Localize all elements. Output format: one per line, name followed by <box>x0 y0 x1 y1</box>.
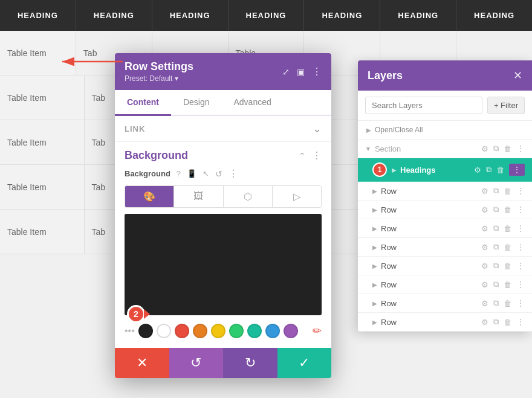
tab-advanced[interactable]: Advanced <box>221 90 283 115</box>
row8-trash-icon[interactable]: 🗑 <box>504 318 511 327</box>
filter-button[interactable]: + Filter <box>487 97 525 114</box>
row6-copy-icon[interactable]: ⧉ <box>493 280 499 289</box>
layers-item-row-1[interactable]: ▶ Row ⚙ ⧉ 🗑 ⋮ <box>358 182 532 201</box>
row8-chevron-icon: ▶ <box>372 319 377 326</box>
more-icon[interactable]: ⋮ <box>312 66 322 77</box>
row3-chevron-icon: ▶ <box>372 225 377 232</box>
row3-gear-icon[interactable]: ⚙ <box>481 224 488 233</box>
row2-copy-icon[interactable]: ⧉ <box>493 205 499 214</box>
bg-type-gradient[interactable]: ⬡ <box>224 186 273 207</box>
color-swatch-black[interactable] <box>138 324 153 338</box>
bg-options-more-icon[interactable]: ⋮ <box>229 168 238 179</box>
headings-trash-icon[interactable]: 🗑 <box>496 165 504 175</box>
layers-item-row-4[interactable]: ▶ Row ⚙ ⧉ 🗑 ⋮ <box>358 238 532 257</box>
layers-row3-label: Row <box>381 224 481 233</box>
section-gear-icon[interactable]: ⚙ <box>481 144 488 153</box>
row1-more-icon[interactable]: ⋮ <box>516 186 525 196</box>
open-close-label: Open/Close All <box>375 126 423 134</box>
layers-open-close[interactable]: ▶ Open/Close All <box>358 121 532 140</box>
row4-chevron-icon: ▶ <box>372 244 377 251</box>
close-icon[interactable]: ✕ <box>513 69 522 82</box>
row2-more-icon[interactable]: ⋮ <box>516 205 525 214</box>
layers-item-headings[interactable]: 1 ▶ Headings ⚙ ⧉ 🗑 ⋮ <box>358 158 532 182</box>
phone-icon[interactable]: 📱 <box>187 169 196 178</box>
layers-item-row-8[interactable]: ▶ Row ⚙ ⧉ 🗑 ⋮ <box>358 313 532 332</box>
color-swatch-red[interactable] <box>175 324 189 338</box>
bg-type-video[interactable]: ▷ <box>273 186 321 207</box>
headings-gear-icon[interactable]: ⚙ <box>474 165 481 175</box>
bg-type-image[interactable]: 🖼 <box>174 186 223 207</box>
layers-search-input[interactable] <box>365 97 482 114</box>
row2-gear-icon[interactable]: ⚙ <box>481 205 488 214</box>
row7-gear-icon[interactable]: ⚙ <box>481 299 488 308</box>
modal-preset[interactable]: Preset: Default ▾ <box>125 74 193 83</box>
layers-item-row-3[interactable]: ▶ Row ⚙ ⧉ 🗑 ⋮ <box>358 219 532 238</box>
reset-icon[interactable]: ↺ <box>215 169 222 179</box>
color-swatch-white[interactable] <box>157 324 171 338</box>
row5-more-icon[interactable]: ⋮ <box>516 261 525 271</box>
layers-item-row-5[interactable]: ▶ Row ⚙ ⧉ 🗑 ⋮ <box>358 257 532 275</box>
color-swatch-green[interactable] <box>229 324 244 338</box>
section-copy-icon[interactable]: ⧉ <box>493 144 499 153</box>
collapse-icon[interactable]: ⌃ <box>299 151 306 161</box>
row8-gear-icon[interactable]: ⚙ <box>481 318 488 327</box>
row8-copy-icon[interactable]: ⧉ <box>493 317 499 327</box>
save-button[interactable]: ✓ <box>277 348 332 378</box>
color-swatch-purple[interactable] <box>284 324 298 338</box>
row4-more-icon[interactable]: ⋮ <box>516 242 525 252</box>
undo-button[interactable]: ↺ <box>169 348 224 378</box>
bg-type-color[interactable]: 🎨 <box>125 186 174 207</box>
layers-item-row-6[interactable]: ▶ Row ⚙ ⧉ 🗑 ⋮ <box>358 275 532 294</box>
table-header-cell-2: HEADING <box>76 0 152 31</box>
row5-trash-icon[interactable]: 🗑 <box>504 262 511 271</box>
color-pencil-icon[interactable]: ✏ <box>313 324 322 338</box>
redo-button[interactable]: ↻ <box>223 348 277 378</box>
headings-copy-icon[interactable]: ⧉ <box>486 165 491 175</box>
row3-more-icon[interactable]: ⋮ <box>516 223 525 233</box>
section-chevron-icon: ▼ <box>365 146 371 152</box>
layers-row6-label: Row <box>381 280 481 289</box>
tab-design[interactable]: Design <box>171 90 222 115</box>
cursor-icon[interactable]: ↖ <box>203 169 209 178</box>
swatches-more-icon[interactable]: ••• <box>125 326 135 336</box>
bg-more-icon[interactable]: ⋮ <box>312 150 322 161</box>
row7-trash-icon[interactable]: 🗑 <box>504 299 511 308</box>
layers-item-row-2[interactable]: ▶ Row ⚙ ⧉ 🗑 ⋮ <box>358 201 532 219</box>
row5-copy-icon[interactable]: ⧉ <box>493 261 499 271</box>
help-icon[interactable]: ? <box>177 169 181 178</box>
row3-trash-icon[interactable]: 🗑 <box>504 224 511 233</box>
modal-title: Row Settings <box>125 60 193 73</box>
color-swatch-blue[interactable] <box>265 324 280 338</box>
headings-item-icons: ⚙ ⧉ 🗑 ⋮ <box>474 164 525 176</box>
headings-more-icon[interactable]: ⋮ <box>509 164 525 176</box>
link-section[interactable]: LINK ⌄ <box>115 116 331 142</box>
color-swatch-orange[interactable] <box>193 324 207 338</box>
row7-more-icon[interactable]: ⋮ <box>516 298 525 308</box>
row7-copy-icon[interactable]: ⧉ <box>493 298 499 308</box>
color-swatch-teal[interactable] <box>247 324 262 338</box>
color-swatch-yellow[interactable] <box>211 324 225 338</box>
sidebar-icon[interactable]: ▣ <box>297 67 305 77</box>
row5-chevron-icon: ▶ <box>372 263 377 269</box>
row4-trash-icon[interactable]: 🗑 <box>504 243 511 252</box>
cancel-button[interactable]: ✕ <box>115 348 169 378</box>
row4-gear-icon[interactable]: ⚙ <box>481 243 488 252</box>
row1-trash-icon[interactable]: 🗑 <box>504 187 511 196</box>
row4-copy-icon[interactable]: ⧉ <box>493 242 499 252</box>
row2-trash-icon[interactable]: 🗑 <box>504 205 511 214</box>
row1-copy-icon[interactable]: ⧉ <box>493 186 499 196</box>
layers-item-row-7[interactable]: ▶ Row ⚙ ⧉ 🗑 ⋮ <box>358 294 532 313</box>
modal-header-icons: ⤢ ▣ ⋮ <box>282 66 322 77</box>
row6-more-icon[interactable]: ⋮ <box>516 280 525 289</box>
section-trash-icon[interactable]: 🗑 <box>504 144 511 153</box>
row1-gear-icon[interactable]: ⚙ <box>481 187 488 196</box>
section-more-icon[interactable]: ⋮ <box>516 144 525 153</box>
tab-content[interactable]: Content <box>115 90 171 116</box>
row8-more-icon[interactable]: ⋮ <box>516 317 525 327</box>
layers-item-section[interactable]: ▼ Section ⚙ ⧉ 🗑 ⋮ <box>358 140 532 158</box>
expand-icon[interactable]: ⤢ <box>282 67 290 77</box>
row6-gear-icon[interactable]: ⚙ <box>481 280 488 289</box>
row5-gear-icon[interactable]: ⚙ <box>481 262 488 271</box>
row3-copy-icon[interactable]: ⧉ <box>493 223 499 233</box>
row6-trash-icon[interactable]: 🗑 <box>504 280 511 289</box>
